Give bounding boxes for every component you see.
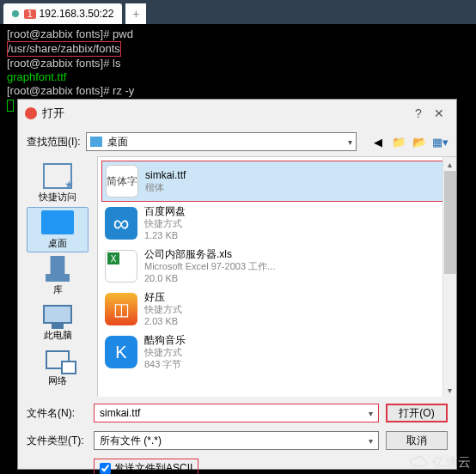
filename-input[interactable]: simkai.ttf ▾ <box>94 404 379 422</box>
places-sidebar: 快捷访问 桌面 库 此电脑 网络 <box>18 156 97 397</box>
file-item-kugou[interactable]: K 酷狗音乐 快捷方式 843 字节 <box>101 331 453 374</box>
sidebar-label: 桌面 <box>48 237 67 250</box>
up-icon[interactable]: 📁 <box>391 134 406 149</box>
cmd: ls <box>113 57 120 70</box>
cmd: rz -y <box>113 84 134 97</box>
file-meta: 快捷方式 <box>144 346 186 358</box>
ascii-checkbox[interactable] <box>100 463 111 474</box>
lookup-bar: 查找范围(I): 桌面 ▾ ◀ 📁 📂 ▦▾ <box>18 127 456 156</box>
ascii-checkbox-group[interactable]: 发送文件到ASCII <box>94 459 198 474</box>
tab-bar: 1 192.168.3.50:22 + <box>0 0 476 24</box>
prompt: [root@zabbix fonts]# <box>7 27 113 40</box>
scroll-thumb[interactable] <box>444 171 456 274</box>
baidu-icon: ∞ <box>105 207 137 240</box>
file-meta: 1.23 KB <box>144 229 186 241</box>
open-button[interactable]: 打开(O) <box>386 404 448 422</box>
file-name: 酷狗音乐 <box>144 334 186 346</box>
file-item-baidu[interactable]: ∞ 百度网盘 快捷方式 1.23 KB <box>101 202 453 245</box>
ls-output: graphfont.ttf <box>7 70 66 83</box>
new-folder-icon[interactable]: 📂 <box>412 134 427 149</box>
file-meta: 20.0 KB <box>144 272 275 284</box>
file-name: 百度网盘 <box>144 205 186 217</box>
sidebar-label: 此电脑 <box>44 329 72 342</box>
file-name: simkai.ttf <box>145 169 186 181</box>
help-button[interactable]: ? <box>408 106 429 120</box>
cancel-button[interactable]: 取消 <box>386 431 448 450</box>
dialog-titlebar: 打开 ? ✕ <box>18 100 456 127</box>
prompt: [root@zabbix fonts]# <box>7 57 113 70</box>
file-name: 公司内部服务器.xls <box>144 248 275 260</box>
file-meta: Microsoft Excel 97-2003 工作... <box>144 260 275 272</box>
scroll-up-icon[interactable]: ▴ <box>443 157 456 171</box>
font-file-icon: 简体字 <box>106 165 138 198</box>
prompt: [root@zabbix fonts]# <box>7 84 113 97</box>
sidebar-desktop[interactable]: 桌面 <box>27 207 88 252</box>
app-icon <box>25 107 37 119</box>
quick-access-icon <box>43 163 72 189</box>
sidebar-label: 网络 <box>48 374 67 387</box>
scroll-down-icon[interactable]: ▾ <box>443 383 456 397</box>
pc-icon <box>43 305 72 324</box>
scrollbar[interactable]: ▴ ▾ <box>442 157 456 397</box>
sidebar-quick-access[interactable]: 快捷访问 <box>27 161 88 205</box>
file-meta: 快捷方式 <box>144 303 182 315</box>
sidebar-label: 快捷访问 <box>39 191 76 204</box>
back-icon[interactable]: ◀ <box>370 134 386 149</box>
pwd-output: /usr/share/zabbix/fonts <box>7 41 121 57</box>
desktop-icon <box>90 137 102 147</box>
tab-title: 192.168.3.50:22 <box>40 8 114 20</box>
filetype-select[interactable]: 所有文件 (*.*) ▾ <box>94 431 379 450</box>
file-item-haozip[interactable]: ◫ 好压 快捷方式 2.03 KB <box>101 288 453 331</box>
chevron-down-icon: ▾ <box>348 137 352 147</box>
libraries-icon <box>46 256 70 282</box>
filetype-label: 文件类型(T): <box>27 434 87 448</box>
file-meta: 快捷方式 <box>144 217 186 229</box>
lookup-select[interactable]: 桌面 ▾ <box>86 132 357 151</box>
sidebar-libraries[interactable]: 库 <box>27 254 88 298</box>
haozip-icon: ◫ <box>105 293 137 325</box>
kugou-icon: K <box>105 336 137 368</box>
chevron-down-icon: ▾ <box>369 436 373 446</box>
lookup-value: 桌面 <box>107 135 128 149</box>
terminal-cursor <box>7 100 14 112</box>
dialog-footer: 文件名(N): simkai.ttf ▾ 打开(O) 文件类型(T): 所有文件… <box>18 397 456 474</box>
file-item-simkai[interactable]: 简体字 simkai.ttf 楷体 <box>101 161 453 202</box>
chevron-down-icon: ▾ <box>369 409 373 418</box>
session-tab[interactable]: 1 192.168.3.50:22 <box>3 3 122 24</box>
desktop-icon <box>41 210 74 234</box>
filename-label: 文件名(N): <box>27 406 87 421</box>
toolbar-icons: ◀ 📁 📂 ▦▾ <box>370 134 448 149</box>
sidebar-this-pc[interactable]: 此电脑 <box>27 300 88 343</box>
file-item-xls[interactable]: 公司内部服务器.xls Microsoft Excel 97-2003 工作..… <box>101 245 453 288</box>
add-tab-button[interactable]: + <box>125 3 146 24</box>
watermark: 亿速云 <box>408 454 471 471</box>
file-meta: 843 字节 <box>144 358 186 370</box>
ascii-label: 发送文件到ASCII <box>114 461 192 474</box>
excel-file-icon <box>105 250 137 283</box>
cloud-icon <box>408 456 429 470</box>
view-menu-icon[interactable]: ▦▾ <box>432 134 448 149</box>
file-meta: 楷体 <box>145 181 186 193</box>
cmd: pwd <box>113 27 133 40</box>
tab-number: 1 <box>24 9 36 19</box>
file-name: 好压 <box>144 291 182 303</box>
status-dot-icon <box>12 10 19 17</box>
close-button[interactable]: ✕ <box>429 106 449 120</box>
sidebar-label: 库 <box>53 283 63 296</box>
file-list[interactable]: 简体字 simkai.ttf 楷体 ∞ 百度网盘 快捷方式 1.23 KB 公司… <box>97 156 456 397</box>
network-icon <box>46 350 70 369</box>
file-open-dialog: 打开 ? ✕ 查找范围(I): 桌面 ▾ ◀ 📁 📂 ▦▾ 快捷访问 桌面 <box>17 99 457 470</box>
sidebar-network[interactable]: 网络 <box>27 345 88 389</box>
dialog-title: 打开 <box>42 106 64 121</box>
file-meta: 2.03 KB <box>144 315 182 327</box>
lookup-label: 查找范围(I): <box>27 135 81 149</box>
